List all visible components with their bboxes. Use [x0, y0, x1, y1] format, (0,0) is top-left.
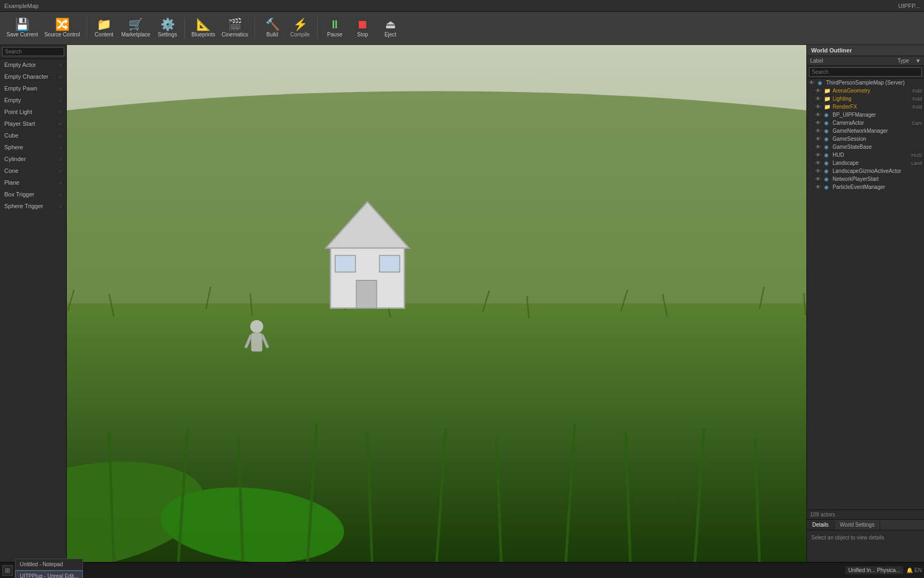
left-panel-item-4[interactable]: Point Light○	[0, 106, 66, 118]
toolbar: 💾 Save Current 🔀 Source Control 📁 Conten…	[0, 12, 924, 45]
outliner-item-8[interactable]: 👁◉GameStateBase	[807, 143, 924, 151]
blueprints-button[interactable]: 📐 Blueprints	[189, 14, 217, 43]
vis-icon-6[interactable]: 👁	[815, 128, 823, 134]
vis-icon-7[interactable]: 👁	[815, 136, 823, 142]
build-button[interactable]: 🔨 Build	[259, 14, 285, 43]
windows-logo[interactable]: ⊞	[2, 565, 13, 576]
outliner-item-10[interactable]: 👁◉LandscapeLand	[807, 159, 924, 167]
vis-icon-8[interactable]: 👁	[815, 144, 823, 150]
item-icon-11: ◉	[824, 168, 831, 174]
left-item-pin-10[interactable]: ○	[59, 180, 62, 186]
outliner-col-type[interactable]: Type	[894, 56, 912, 65]
source-control-button[interactable]: 🔀 Source Control	[42, 14, 82, 43]
left-search-input[interactable]	[2, 47, 64, 56]
titlebar-right: UIPFP...	[898, 3, 920, 9]
vis-icon-4[interactable]: 👁	[815, 112, 823, 118]
left-panel-item-11[interactable]: Box Trigger○	[0, 188, 66, 200]
details-tab-1[interactable]: World Settings	[835, 520, 881, 530]
viewport-background: Shift+F1 for Mouse Cursor	[67, 45, 806, 562]
left-panel: Empty Actor○Empty Character○Empty Pawn○E…	[0, 45, 67, 562]
left-panel-item-6[interactable]: Cube○	[0, 130, 66, 141]
content-button[interactable]: 📁 Content	[91, 14, 117, 43]
outliner-name-12: NetworkPlayerStart	[833, 176, 921, 182]
save-current-button[interactable]: 💾 Save Current	[4, 14, 40, 43]
left-panel-item-5[interactable]: Player Start○	[0, 118, 66, 130]
taskbar-items: Untitled - NotepadUITPPlug - Unreal Edit…	[15, 559, 83, 579]
cinematics-button[interactable]: 🎬 Cinematics	[220, 14, 250, 43]
left-panel-item-7[interactable]: Sphere○	[0, 141, 66, 153]
left-panel-item-1[interactable]: Empty Character○	[0, 71, 66, 82]
viewport[interactable]: Shift+F1 for Mouse Cursor	[67, 45, 806, 562]
outliner-name-8: GameStateBase	[833, 144, 921, 150]
left-item-label-7: Sphere	[4, 144, 59, 150]
left-item-pin-0[interactable]: ○	[59, 62, 62, 68]
outliner-item-13[interactable]: 👁◉ParticleEventManager	[807, 183, 924, 191]
outliner-item-7[interactable]: 👁◉GameSession	[807, 135, 924, 143]
outliner-item-12[interactable]: 👁◉NetworkPlayerStart	[807, 175, 924, 183]
unified-logo: Unified In... Physica...	[845, 566, 904, 574]
left-item-pin-4[interactable]: ○	[59, 109, 62, 115]
vis-icon-3[interactable]: 👁	[815, 104, 823, 110]
outliner-item-4[interactable]: 👁◉BP_UIPFManager	[807, 111, 924, 119]
vis-icon-0[interactable]: 👁	[809, 80, 817, 86]
outliner-search-input[interactable]	[809, 67, 922, 77]
left-item-pin-2[interactable]: ○	[59, 86, 62, 92]
vis-icon-10[interactable]: 👁	[815, 160, 823, 166]
outliner-name-5: CameraActor	[833, 120, 911, 126]
settings-button[interactable]: ⚙️ Settings	[155, 14, 180, 43]
item-icon-1: 📁	[824, 88, 831, 94]
outliner-item-1[interactable]: 👁📁ArenaGeometryFold	[807, 87, 924, 95]
left-panel-item-8[interactable]: Cylinder○	[0, 153, 66, 165]
left-item-pin-5[interactable]: ○	[59, 121, 62, 127]
outliner-item-2[interactable]: 👁📁LightingFold	[807, 95, 924, 103]
left-panel-item-12[interactable]: Sphere Trigger○	[0, 200, 66, 212]
vis-icon-12[interactable]: 👁	[815, 176, 823, 182]
vis-icon-13[interactable]: 👁	[815, 184, 823, 190]
left-item-pin-7[interactable]: ○	[59, 144, 62, 150]
outliner-col-label[interactable]: Label	[807, 56, 894, 65]
vis-icon-11[interactable]: 👁	[815, 168, 823, 174]
outliner-item-6[interactable]: 👁◉GameNetworkManager	[807, 127, 924, 135]
vis-icon-9[interactable]: 👁	[815, 152, 823, 158]
outliner-type-2: Fold	[912, 96, 922, 102]
main-area: Empty Actor○Empty Character○Empty Pawn○E…	[0, 45, 924, 562]
vis-icon-5[interactable]: 👁	[815, 120, 823, 126]
taskbar-item-1[interactable]: UITPPlug - Unreal Edit...	[15, 571, 83, 579]
compile-button[interactable]: ⚡ Compile	[287, 14, 313, 43]
pause-button[interactable]: ⏸ Pause	[322, 14, 348, 43]
build-icon: 🔨	[265, 19, 280, 31]
marketplace-button[interactable]: 🛒 Marketplace	[119, 14, 152, 43]
left-item-label-6: Cube	[4, 132, 59, 139]
left-panel-item-3[interactable]: Empty○	[0, 94, 66, 106]
eject-button[interactable]: ⏏ Eject	[378, 14, 403, 43]
stop-button[interactable]: ⏹ Stop	[350, 14, 375, 43]
left-item-label-0: Empty Actor	[4, 62, 59, 68]
taskbar-time: 🔔 EN	[906, 567, 922, 573]
outliner-item-3[interactable]: 👁📁RenderFXFold	[807, 103, 924, 111]
left-item-pin-8[interactable]: ○	[59, 156, 62, 162]
left-panel-item-0[interactable]: Empty Actor○	[0, 59, 66, 71]
outliner-item-5[interactable]: 👁◉CameraActorCam	[807, 119, 924, 127]
left-item-pin-3[interactable]: ○	[59, 97, 62, 103]
left-item-pin-9[interactable]: ○	[59, 168, 62, 174]
taskbar-item-0[interactable]: Untitled - Notepad	[15, 559, 83, 571]
left-panel-item-10[interactable]: Plane○	[0, 177, 66, 188]
vis-icon-2[interactable]: 👁	[815, 96, 823, 102]
outliner-item-0[interactable]: 👁◉ThirdPersonSampleMap (Server)	[807, 79, 924, 87]
outliner-list: 👁◉ThirdPersonSampleMap (Server)👁📁ArenaGe…	[807, 79, 924, 509]
details-tab-0[interactable]: Details	[807, 520, 835, 530]
svg-rect-29	[251, 333, 263, 352]
left-item-pin-6[interactable]: ○	[59, 133, 62, 139]
details-content: Select an object to view details	[807, 530, 924, 545]
left-item-pin-1[interactable]: ○	[59, 74, 62, 80]
outliner-type-3: Fold	[912, 104, 922, 110]
left-panel-item-2[interactable]: Empty Pawn○	[0, 82, 66, 94]
left-panel-item-9[interactable]: Cone○	[0, 165, 66, 177]
vis-icon-1[interactable]: 👁	[815, 88, 823, 94]
outliner-item-11[interactable]: 👁◉LandscapeGizmoActiveActor	[807, 167, 924, 175]
outliner-item-9[interactable]: 👁◉HUDHUD	[807, 151, 924, 159]
left-item-pin-12[interactable]: ○	[59, 203, 62, 209]
outliner-type-1: Fold	[912, 88, 922, 94]
left-item-pin-11[interactable]: ○	[59, 192, 62, 197]
outliner-sort-icon[interactable]: ▼	[912, 56, 924, 65]
